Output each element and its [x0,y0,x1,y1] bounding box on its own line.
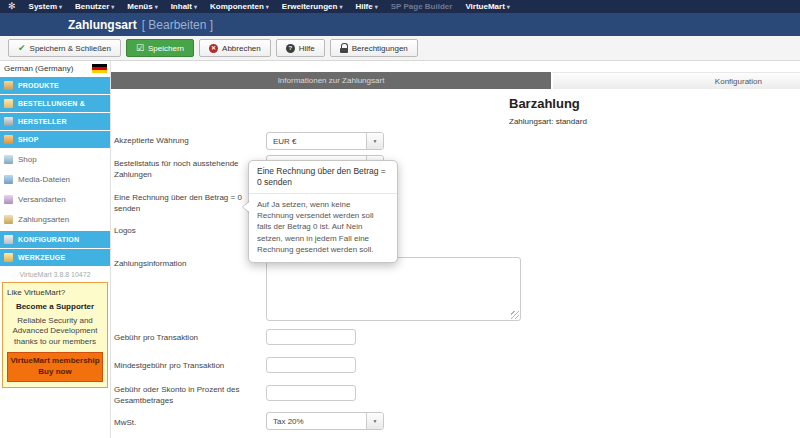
tab-informationen[interactable]: Informationen zur Zahlungsart [111,72,551,89]
caret-down-icon: ▾ [339,3,342,10]
min-fee-label: Mindestgebühr pro Transaktion [114,361,264,372]
shop-icon [4,155,13,164]
payment-method-heading: Barzahlung [509,96,580,111]
menu-hilfe[interactable]: Hilfe▾ [355,2,377,11]
payment-method-subheading: Zahlungsart: standard [509,117,587,126]
tools-icon [4,253,13,262]
language-header: German (Germany) [0,60,110,77]
save-button[interactable]: ☑ Speichern [126,39,194,57]
help-button[interactable]: ? Hilfe [276,39,325,57]
supporter-text: Reliable Security and Advanced Developme… [7,316,103,347]
payment-icon [4,215,13,224]
menu-inhalt[interactable]: Inhalt▾ [171,2,197,11]
sidebar-item-produkte[interactable]: PRODUKTE [0,77,110,94]
tax-select[interactable]: Tax 20% ▼ [266,412,384,430]
permissions-button[interactable]: Berechtigungen [330,39,418,57]
caret-down-icon: ▾ [155,3,158,10]
caret-down-icon: ▾ [194,3,197,10]
tab-konfiguration[interactable]: Konfiguration [551,72,800,89]
media-icon [4,175,13,184]
fee-percent-input[interactable] [266,385,356,401]
toolbar: ✔ Speichern & Schließen ☑ Speichern ✕ Ab… [0,36,800,61]
configuration-icon [4,235,13,244]
sidebar-item-zahlungsarten[interactable]: Zahlungsarten [0,211,110,227]
tax-label: MwSt. [114,418,264,429]
virtuemart-sidebar: German (Germany) PRODUKTE BESTELLUNGEN &… [0,60,110,438]
tooltip-body: Auf Ja setzen, wenn keine Rechnung verse… [249,194,397,262]
popover-arrow-icon [242,201,249,213]
caret-down-icon: ▾ [266,3,269,10]
pending-status-label: Bestellstatus für noch ausstehende Zahlu… [114,159,264,181]
fee-percent-label: Gebühr oder Skonto in Prozent des Gesamt… [114,385,264,407]
caret-down-icon: ▾ [375,3,378,10]
caret-down-icon: ▾ [59,3,62,10]
resize-handle[interactable] [511,311,519,319]
cancel-icon: ✕ [209,44,218,53]
shipping-icon [4,195,13,204]
sidebar-item-bestellungen[interactable]: BESTELLUNGEN & [0,95,110,112]
supporter-question: Like VirtueMart? [7,288,103,297]
sidebar-item-versandarten[interactable]: Versandarten [0,191,110,207]
shop-icon [4,135,13,144]
menu-komponenten[interactable]: Komponenten▾ [210,2,269,11]
payment-info-textarea-wrap [266,257,521,321]
save-check-icon: ☑ [136,44,144,53]
min-fee-input[interactable] [266,357,356,373]
caret-down-icon: ▾ [507,3,510,10]
currency-select[interactable]: EUR € ▼ [266,132,384,150]
caret-down-icon: ▾ [111,3,114,10]
lock-icon [340,43,348,53]
sidebar-item-shop[interactable]: Shop [0,151,110,167]
menu-virtuemart[interactable]: VirtueMart▾ [465,2,509,11]
menu-sp-page-builder[interactable]: SP Page Builder [391,2,453,11]
check-icon: ✔ [18,44,26,53]
fee-per-transaction-input[interactable] [266,329,356,345]
sidebar-item-werkzeuge[interactable]: WERKZEUGE [0,249,110,266]
joomla-logo-icon: ✻ [8,2,16,11]
language-label: German (Germany) [4,64,73,73]
chevron-down-icon: ▼ [366,413,383,429]
help-icon: ? [286,44,295,53]
supporter-headline: Become a Supporter [7,302,103,311]
menu-benutzer[interactable]: Benutzer▾ [75,2,114,11]
admin-menubar: ✻ System▾ Benutzer▾ Menüs▾ Inhalt▾ Kompo… [0,0,800,13]
menu-erweiterungen[interactable]: Erweiterungen▾ [282,2,343,11]
fee-per-transaction-label: Gebühr pro Transaktion [114,333,264,344]
membership-buy-button[interactable]: VirtueMart membership Buy now [7,352,103,382]
products-icon [4,81,13,90]
logos-label: Logos [114,226,264,237]
save-close-button[interactable]: ✔ Speichern & Schließen [8,39,121,57]
main-content: Informationen zur Zahlungsart Konfigurat… [110,60,800,438]
sidebar-item-media-dateien[interactable]: Media-Dateien [0,171,110,187]
page-title-mode: [ Bearbeiten ] [142,18,213,32]
sidebar-item-hersteller[interactable]: HERSTELLER [0,113,110,130]
sidebar-item-konfiguration[interactable]: KONFIGURATION [0,231,110,248]
currency-label: Akzeptierte Währung [114,136,264,147]
page-title-bar: Zahlungsart [ Bearbeiten ] [0,13,800,36]
menu-menues[interactable]: Menüs▾ [127,2,157,11]
payment-info-label: Zahlungsinformation [114,259,264,270]
payment-info-textarea[interactable] [267,258,520,320]
orders-icon [4,99,13,108]
german-flag-icon [92,64,107,73]
supporter-box: Like VirtueMart? Become a Supporter Reli… [2,282,108,388]
tooltip-popover: Eine Rechnung über den Betrag = 0 senden… [248,160,398,263]
sidebar-item-shop-group[interactable]: SHOP [0,131,110,148]
virtuemart-version: VirtueMart 3.8.8 10472 [0,271,110,278]
tooltip-title: Eine Rechnung über den Betrag = 0 senden [249,161,397,194]
menu-system[interactable]: System▾ [29,2,62,11]
tab-bar: Informationen zur Zahlungsart Konfigurat… [111,72,800,89]
chevron-down-icon: ▼ [366,133,383,149]
manufacturers-icon [4,117,13,126]
page-title: Zahlungsart [68,18,137,32]
cancel-button[interactable]: ✕ Abbrechen [199,39,271,57]
